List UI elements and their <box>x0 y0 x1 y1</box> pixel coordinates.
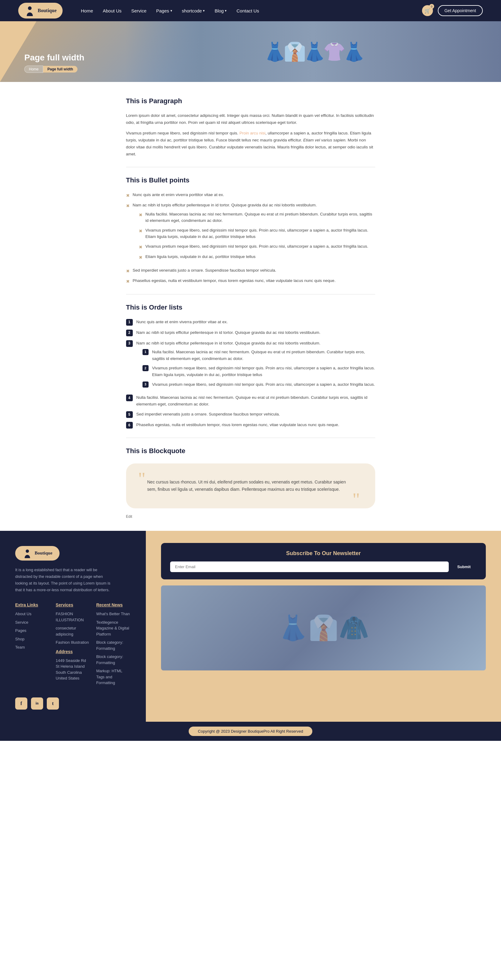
para2-link[interactable]: Proin arcu nisi <box>239 131 266 135</box>
order-text: Nam ac nibh id turpis efficitur pellente… <box>136 329 321 336</box>
divider-1 <box>126 167 375 167</box>
sub-order-number: 3 <box>142 382 148 388</box>
navbar: Boutique Home About Us Service Pages sho… <box>0 0 501 21</box>
order-number: 5 <box>126 411 133 418</box>
bullet-text: Nunc quis ante et enim viverra porttitor… <box>133 191 224 198</box>
hero-triangle <box>0 21 37 82</box>
svg-point-2 <box>26 549 29 553</box>
nav-links: Home About Us Service Pages shortcode Bl… <box>81 8 422 13</box>
footer-social: f in t <box>15 697 131 710</box>
footer-left: Boutique It is a long established fact t… <box>0 531 146 722</box>
nav-home[interactable]: Home <box>81 8 93 13</box>
cart-badge: 0 <box>429 4 434 9</box>
news-link[interactable]: Markup: HTML Tags and Formatting <box>96 668 131 686</box>
footer-right: Subscribe To Our Newsletter Submit 👗👔🧥 <box>146 531 501 722</box>
get-appointment-button[interactable]: Get Appointment <box>438 5 483 16</box>
edit-link[interactable]: Edit <box>126 514 375 519</box>
paragraph-text-2: Vivamus pretium neque libero, sed dignis… <box>126 130 375 158</box>
order-number: 4 <box>126 395 133 401</box>
clothes-rack-visual: 👗👔👗👚👗 <box>125 21 501 82</box>
list-item: 3 Vivamus pretium neque libero, sed dign… <box>142 381 375 388</box>
paragraph-title: This is Paragraph <box>126 97 375 107</box>
newsletter-box: Subscribe To Our Newsletter Submit <box>161 543 486 579</box>
recent-news-title: Recent News <box>96 603 131 607</box>
breadcrumb: Home Page full width <box>24 65 85 73</box>
news-link[interactable]: Block category: Formatting <box>96 640 131 651</box>
nav-cart[interactable]: 🛒 0 <box>422 5 433 16</box>
instagram-icon[interactable]: in <box>31 697 43 710</box>
twitter-icon[interactable]: t <box>47 697 59 710</box>
service-item: FASHION ILLUSTRATION <box>56 611 90 623</box>
hero-title: Page full width <box>24 53 85 62</box>
newsletter-email-input[interactable] <box>170 562 449 572</box>
order-number: 6 <box>126 422 133 428</box>
para2-before: Vivamus pretium neque libero, sed dignis… <box>126 131 239 135</box>
facebook-icon[interactable]: f <box>15 697 27 710</box>
order-text: Phasellus egestas, nulla et vestibulum t… <box>136 422 339 428</box>
breadcrumb-current: Page full width <box>43 66 78 73</box>
order-number: 1 <box>126 319 133 326</box>
footer-link-pages[interactable]: Pages <box>15 628 49 634</box>
nav-service[interactable]: Service <box>131 8 147 13</box>
bullet-section: This is Bullet points ✖ Nunc quis ante e… <box>126 177 375 285</box>
list-item: 3 Nam ac nibh id turpis efficitur pellen… <box>126 340 375 391</box>
list-item: 1 Nunc quis ante et enim viverra porttit… <box>126 319 375 326</box>
order-list: 1 Nunc quis ante et enim viverra porttit… <box>126 319 375 429</box>
bullet-icon: ✖ <box>126 268 130 274</box>
nav-contact[interactable]: Contact Us <box>236 8 259 13</box>
main-content: This is Paragraph Lorem ipsum dolor sit … <box>114 82 388 531</box>
list-item: 2 Nam ac nibh id turpis efficitur pellen… <box>126 329 375 336</box>
navbar-logo[interactable]: Boutique <box>18 3 62 19</box>
nav-pages[interactable]: Pages <box>156 8 172 13</box>
order-text: Nunc quis ante et enim viverra porttitor… <box>136 319 228 325</box>
paragraph-section: This is Paragraph Lorem ipsum dolor sit … <box>126 97 375 158</box>
order-text: Sed imperdiet venenatis justo a ornare. … <box>136 411 280 418</box>
bullet-text: Nam ac nibh id turpis efficitur pellente… <box>133 203 317 207</box>
bullet-list: ✖ Nunc quis ante et enim viverra porttit… <box>126 191 375 285</box>
list-item: ✖ Sed imperdiet venenatis justo a ornare… <box>126 267 375 274</box>
copyright-text: Copyright @ 2023 Designer BoutiquePro Al… <box>189 727 312 736</box>
bullet-icon: ✖ <box>126 278 130 285</box>
sub-order-list: 1 Nulla facilisi. Maecenas lacinia ac ni… <box>142 349 375 388</box>
sub-bullet-text: Vivamus pretium neque libero, sed dignis… <box>145 227 375 240</box>
clothes-display-icon: 👗👔🧥 <box>278 614 369 642</box>
nav-about[interactable]: About Us <box>103 8 121 13</box>
order-title: This is Order lists <box>126 304 375 314</box>
sub-bullet-text: Vivamus pretium neque libero, sed dignis… <box>145 243 369 250</box>
sub-order-text: Nulla facilisi. Maecenas lacinia ac nisl… <box>152 349 375 362</box>
sub-bullet-list: ✖ Nulla facilisi. Maecenas lacinia ac ni… <box>139 211 375 261</box>
breadcrumb-home[interactable]: Home <box>24 65 43 73</box>
nav-shortcode[interactable]: shortcode <box>182 8 205 13</box>
sub-bullet-text: Nulla facilisi. Maecenas lacinia ac nisl… <box>145 211 375 224</box>
footer-col-services: Services FASHION ILLUSTRATION consectetu… <box>56 603 90 688</box>
footer-links-grid: Extra Links About Us Service Pages Shop … <box>15 603 131 688</box>
list-item: ✖ Nulla facilisi. Maecenas lacinia ac ni… <box>139 211 375 224</box>
order-section: This is Order lists 1 Nunc quis ante et … <box>126 304 375 429</box>
newsletter-form: Submit <box>170 562 477 572</box>
news-link[interactable]: What's Better Than <box>96 611 131 617</box>
order-item-with-sub: Nam ac nibh id turpis efficitur pellente… <box>136 340 375 391</box>
footer-link-shop[interactable]: Shop <box>15 636 49 642</box>
footer-link-team[interactable]: Team <box>15 644 49 651</box>
bullet-item-with-sub: Nam ac nibh id turpis efficitur pellente… <box>133 202 375 264</box>
service-item: consectetur adipiscing <box>56 625 90 637</box>
footer-link-service[interactable]: Service <box>15 619 49 625</box>
bullet-text: Phasellus egestas, nulla et vestibulum t… <box>133 277 336 284</box>
footer-link-about[interactable]: About Us <box>15 611 49 617</box>
news-link[interactable]: Textilegence Magazine & Digital Platform <box>96 619 131 637</box>
nav-blog[interactable]: Blog <box>214 8 227 13</box>
bullet-icon: ✖ <box>139 254 142 261</box>
sub-order-number: 1 <box>142 349 148 355</box>
newsletter-submit-button[interactable]: Submit <box>451 562 477 572</box>
divider-2 <box>126 294 375 294</box>
list-item: 2 Vivamus pretium neque libero, sed dign… <box>142 365 375 378</box>
newsletter-title: Subscribe To Our Newsletter <box>170 550 477 557</box>
quote-text: Nec cursus lacus rhoncus. Ut mi dui, ele… <box>147 479 354 493</box>
order-text: Nam ac nibh id turpis efficitur pellente… <box>136 341 321 345</box>
news-link[interactable]: Block category: Formatting <box>96 654 131 666</box>
list-item: ✖ Vivamus pretium neque libero, sed dign… <box>139 243 375 250</box>
blockquote-box: " Nec cursus lacus rhoncus. Ut mi dui, e… <box>126 463 375 508</box>
hero-content: Page full width Home Page full width <box>24 53 85 73</box>
footer-clothes-image: 👗👔🧥 <box>161 585 486 670</box>
para2-em: Etiam vel varius sapien. <box>303 138 347 142</box>
